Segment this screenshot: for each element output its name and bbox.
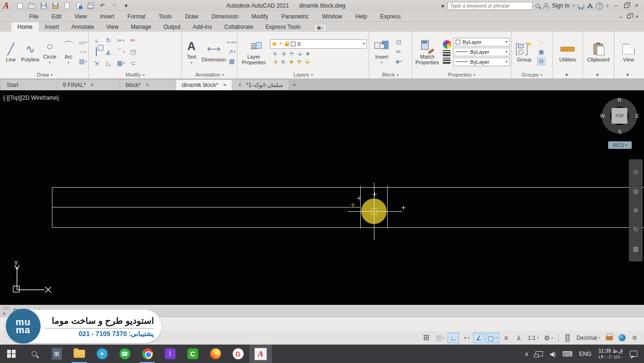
drawing-line-vertical-1[interactable] <box>360 186 361 228</box>
minimize-button[interactable]: – <box>614 2 618 9</box>
lineweight-select[interactable]: ByLayer ▾ <box>453 58 510 66</box>
taskbar-clock[interactable]: 11:39 ق.ظ ۱۴۰۰/۰۱/۱۰ <box>598 348 623 360</box>
insert-block-button[interactable]: Insert ▾ <box>371 39 393 65</box>
panel-properties-label[interactable]: Properties <box>414 71 510 78</box>
tab-addins[interactable]: Add-ins <box>186 22 218 32</box>
utilities-button[interactable]: Utilities <box>554 42 581 62</box>
taskbar-chrome[interactable] <box>136 345 159 363</box>
layer-on-icon[interactable] <box>272 42 276 46</box>
layer-unlock2-icon[interactable]: ⬘ <box>297 58 301 65</box>
move-button[interactable]: ↔↕ <box>93 37 100 44</box>
restore-button[interactable] <box>624 4 628 8</box>
menu-dimension[interactable]: Dimension <box>205 13 245 20</box>
layer-color-swatch[interactable] <box>291 42 296 46</box>
store-cart-icon[interactable] <box>578 4 584 8</box>
drawing-line-top[interactable] <box>52 187 644 188</box>
drawing-canvas[interactable]: [-][Top][2D Wireframe] Y N <box>0 90 644 305</box>
explode-button[interactable]: ◳ <box>129 48 137 56</box>
copy-button[interactable] <box>96 48 97 56</box>
units-icon-button[interactable] <box>562 333 573 343</box>
rotate-button[interactable]: ↻ <box>105 37 113 44</box>
taskbar-purple-app[interactable]: ⌇ <box>159 345 181 363</box>
layer-select[interactable]: ☀ 0 ▾ <box>270 39 367 49</box>
wcs-menu-button[interactable]: WCS ▾ <box>608 141 632 149</box>
tab-home[interactable]: Home <box>11 22 39 32</box>
menu-help[interactable]: Help <box>349 13 374 20</box>
graphics-performance-button[interactable] <box>616 333 627 343</box>
tab-close-icon[interactable]: × <box>91 82 94 88</box>
tab-express-tools[interactable]: Express Tools <box>259 22 306 32</box>
menu-parametric[interactable]: Parametric <box>275 13 315 20</box>
define-attributes-button[interactable]: ◈ <box>395 58 403 65</box>
ungroup-button[interactable]: ◌ <box>537 39 545 46</box>
panel-groups-label[interactable]: Groups <box>513 71 551 78</box>
save-as-button[interactable] <box>51 2 59 9</box>
customization-button[interactable]: ≡ <box>629 333 640 343</box>
viewcube-east[interactable]: E <box>636 113 639 119</box>
viewcube-north[interactable]: N <box>618 97 621 103</box>
nav-wheel-icon[interactable]: ◎ <box>633 168 638 175</box>
sign-in-caret-icon[interactable]: ▾ <box>572 2 575 9</box>
menu-edit[interactable]: Edit <box>45 13 68 20</box>
clipboard-button[interactable]: Clipboard <box>585 42 612 62</box>
start-button[interactable] <box>0 345 23 363</box>
tab-block[interactable]: block*× <box>120 80 176 90</box>
viewport-controls[interactable]: [-][Top][2D Wireframe] <box>3 95 59 101</box>
drawing-line-middle[interactable] <box>52 207 360 207</box>
polar-tracking-toggle[interactable]: ◔ <box>460 333 472 343</box>
table-button[interactable]: ▦ <box>228 58 236 65</box>
tab-view[interactable]: View <box>100 22 125 32</box>
panel-utilities-expander[interactable]: ▾ <box>554 71 581 78</box>
panel-block-label[interactable]: Block <box>371 71 410 78</box>
ortho-toggle[interactable]: ∟ <box>448 333 459 343</box>
tray-chevron-icon[interactable]: ∧ <box>525 351 529 357</box>
panel-annotation-label[interactable]: Annotation <box>183 71 236 78</box>
menu-format[interactable]: Format <box>121 13 152 20</box>
nav-orbit-icon[interactable]: ↻ <box>633 226 638 233</box>
object-color-select[interactable]: ByLayer ▾ <box>453 38 510 46</box>
panel-view-expander[interactable]: ▾ <box>616 71 642 78</box>
search-input[interactable] <box>448 2 533 10</box>
menu-express[interactable]: Express <box>373 13 407 20</box>
erase-button[interactable]: ✏ <box>129 37 137 44</box>
save-button[interactable] <box>40 2 47 9</box>
taskbar-telegram[interactable]: ✈ <box>91 345 113 363</box>
tab-start[interactable]: Start <box>1 80 57 90</box>
layer-delete-icon[interactable]: ⬙ <box>305 58 310 65</box>
layer-make-current-icon[interactable]: ⬥ <box>305 50 309 57</box>
sign-in-link[interactable]: Sign In <box>552 2 569 9</box>
menu-view[interactable]: View <box>68 13 93 20</box>
command-grip-handle[interactable] <box>3 306 9 310</box>
new-button[interactable] <box>16 2 24 9</box>
plot-status-button[interactable] <box>603 333 615 343</box>
taskbar-firefox[interactable] <box>204 345 227 363</box>
action-center-icon[interactable] <box>630 351 637 357</box>
qat-customize-button[interactable]: ▾ <box>122 2 130 9</box>
tab-insert[interactable]: Insert <box>39 22 65 32</box>
taskbar-whatsapp[interactable]: ☎ <box>113 345 136 363</box>
viewcube-south[interactable]: S <box>618 129 621 135</box>
autocad-app-icon[interactable]: A <box>0 0 12 11</box>
redo-button[interactable]: ↷ <box>110 2 118 9</box>
array-button[interactable]: ▦ <box>117 60 125 67</box>
edit-block-button[interactable]: ⊡ <box>395 39 403 46</box>
taskbar-camtasia[interactable]: C <box>181 345 204 363</box>
polyline-button[interactable]: ∿ Polyline <box>21 42 40 62</box>
layer-freeze-icon[interactable]: ⬘ <box>289 50 294 57</box>
taskbar-file-explorer[interactable] <box>68 345 91 363</box>
search-expand-icon[interactable]: ▸ <box>442 2 445 9</box>
leader-button[interactable]: ↗ <box>228 48 236 56</box>
help-icon[interactable]: ? <box>596 2 603 9</box>
group-selection-toggle[interactable]: ⊞ <box>537 58 545 65</box>
layer-isolate-icon[interactable]: ⬖ <box>273 50 277 57</box>
mirror-button[interactable]: ◭ <box>105 48 113 56</box>
circle-button[interactable]: ○ Circle ▾ <box>41 39 58 65</box>
nav-showmotion-icon[interactable]: ▦ <box>633 245 638 252</box>
annotation-scale-button[interactable]: 1:1 <box>526 333 541 343</box>
language-indicator[interactable]: ENG <box>579 351 592 357</box>
undo-button[interactable]: ↶ <box>99 2 106 9</box>
color-wheel-icon[interactable] <box>443 40 451 49</box>
panel-layers-label[interactable]: Layers <box>239 71 367 78</box>
object-snap-toggle[interactable]: ▢ <box>486 333 499 343</box>
autodesk-app-store-icon[interactable] <box>587 3 593 9</box>
